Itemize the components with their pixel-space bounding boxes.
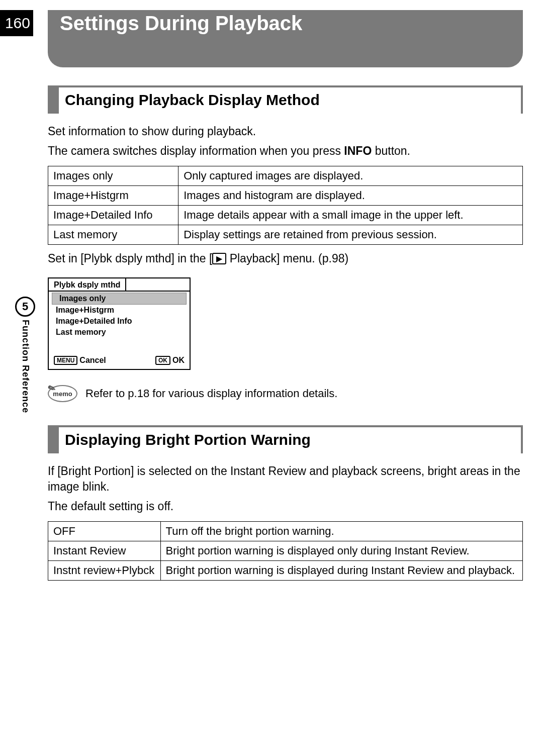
memo-note: ✎ memo Refer to p.18 for various display… <box>48 385 523 405</box>
table-row: Image+Histgrm Images and histogram are d… <box>48 186 523 206</box>
heading-bar-icon <box>48 427 59 453</box>
table-cell-val: Display settings are retained from previ… <box>178 225 523 245</box>
table-cell-key: Instnt review+Plybck <box>48 561 161 581</box>
menu-line-b: Playback] menu. (p.98) <box>226 252 348 265</box>
lcd-cancel-label: Cancel <box>79 356 106 365</box>
table-row: Images only Only captured images are dis… <box>48 166 523 186</box>
menu-location-line: Set in [Plybk dsply mthd] in the [▶ Play… <box>48 252 523 265</box>
table-cell-key: Last memory <box>48 225 178 245</box>
memo-text: Refer to p.18 for various display inform… <box>85 385 337 400</box>
table-row: Image+Detailed Info Image details appear… <box>48 206 523 225</box>
table-cell-val: Images and histogram are displayed. <box>178 186 523 206</box>
lcd-item-selected: Images only <box>52 293 187 305</box>
ok-button-icon: OK <box>155 356 170 365</box>
lcd-body: Images only Image+Histgrm Image+Detailed… <box>49 292 190 369</box>
table-cell-val: Bright portion warning is displayed only… <box>160 541 522 561</box>
playback-icon: ▶ <box>212 253 226 264</box>
section1-intro2: The camera switches display information … <box>48 143 523 159</box>
lcd-ok-label: OK <box>172 356 185 365</box>
table-row: Instant Review Bright portion warning is… <box>48 541 523 561</box>
table-cell-key: Images only <box>48 166 178 186</box>
table-cell-val: Bright portion warning is displayed duri… <box>160 561 522 581</box>
page: 160 Settings During Playback 5 Function … <box>0 0 543 618</box>
section-heading-bright-portion: Displaying Bright Portion Warning <box>48 425 523 453</box>
intro2-part-a: The camera switches display information … <box>48 144 344 157</box>
lcd-item: Last memory <box>49 327 190 338</box>
page-number: 160 <box>0 10 33 36</box>
table-cell-key: Instant Review <box>48 541 161 561</box>
side-tab: 5 Function Reference <box>15 297 35 413</box>
table-row: Instnt review+Plybck Bright portion warn… <box>48 561 523 581</box>
menu-button-icon: MENU <box>54 356 77 365</box>
content: Changing Playback Display Method Set inf… <box>48 85 523 581</box>
lcd-ok: OK OK <box>155 356 185 365</box>
page-header: 160 Settings During Playback <box>0 0 543 65</box>
lcd-cancel: MENU Cancel <box>54 356 106 365</box>
lcd-footer: MENU Cancel OK OK <box>49 353 190 369</box>
page-title: Settings During Playback <box>48 10 523 67</box>
section1-intro1: Set information to show during playback. <box>48 124 523 139</box>
chapter-number-icon: 5 <box>15 297 35 317</box>
table-cell-val: Only captured images are displayed. <box>178 166 523 186</box>
table-cell-val: Image details appear with a small image … <box>178 206 523 225</box>
table-row: OFF Turn off the bright portion warning. <box>48 522 523 541</box>
lcd-item: Image+Histgrm <box>49 305 190 316</box>
intro2-part-c: button. <box>372 144 410 157</box>
lcd-screenshot: Plybk dsply mthd Images only Image+Histg… <box>48 277 191 370</box>
display-method-table: Images only Only captured images are dis… <box>48 166 523 245</box>
section-heading-text: Changing Playback Display Method <box>59 87 326 114</box>
memo-icon: ✎ memo <box>48 385 77 405</box>
menu-line-a: Set in [Plybk dsply mthd] in the [ <box>48 252 212 265</box>
section2-intro1: If [Bright Portion] is selected on the I… <box>48 463 523 495</box>
table-cell-key: Image+Histgrm <box>48 186 178 206</box>
section-heading-display-method: Changing Playback Display Method <box>48 85 523 114</box>
lcd-tab-row: Plybk dsply mthd <box>49 278 190 292</box>
bright-portion-table: OFF Turn off the bright portion warning.… <box>48 521 523 581</box>
table-cell-key: OFF <box>48 522 161 541</box>
section2-intro2: The default setting is off. <box>48 499 523 514</box>
section-heading-text: Displaying Bright Portion Warning <box>59 427 317 453</box>
table-cell-val: Turn off the bright portion warning. <box>160 522 522 541</box>
table-cell-key: Image+Detailed Info <box>48 206 178 225</box>
info-button-label: INFO <box>344 144 372 157</box>
table-row: Last memory Display settings are retaine… <box>48 225 523 245</box>
lcd-tab: Plybk dsply mthd <box>49 278 126 291</box>
chapter-label: Function Reference <box>20 320 31 413</box>
heading-bar-icon <box>48 87 59 114</box>
lcd-item: Image+Detailed Info <box>49 316 190 327</box>
